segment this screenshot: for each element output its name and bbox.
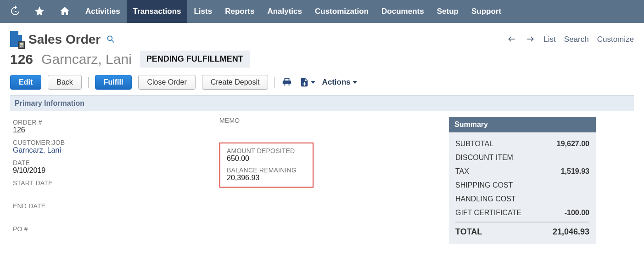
search-icon[interactable] bbox=[106, 34, 115, 45]
page-title: Sales Order bbox=[28, 32, 101, 47]
deposit-highlight-box: AMOUNT DEPOSITED 650.00 BALANCE REMAININ… bbox=[219, 143, 314, 188]
gift-label: GIFT CERTIFICATE bbox=[455, 209, 521, 217]
handling-label: HANDLING COST bbox=[455, 195, 516, 203]
nav-item-activities[interactable]: Activities bbox=[79, 0, 127, 23]
print-icon[interactable] bbox=[281, 77, 292, 88]
date-label: DATE bbox=[13, 159, 215, 166]
summary-column: Summary SUBTOTAL19,627.00 DISCOUNT ITEM … bbox=[449, 117, 631, 244]
order-number-heading: 126 bbox=[10, 51, 33, 67]
customize-link[interactable]: Customize bbox=[597, 35, 634, 44]
amount-deposited-label: AMOUNT DEPOSITED bbox=[227, 147, 306, 154]
discount-label: DISCOUNT ITEM bbox=[455, 154, 513, 162]
actions-menu[interactable]: Actions bbox=[322, 78, 357, 87]
toolbar-separator bbox=[274, 77, 275, 88]
nav-item-reports[interactable]: Reports bbox=[218, 0, 261, 23]
amount-deposited-value: 650.00 bbox=[227, 154, 306, 163]
nav-item-analytics[interactable]: Analytics bbox=[261, 0, 308, 23]
date-value: 9/10/2019 bbox=[13, 166, 215, 175]
svg-line-1 bbox=[112, 40, 114, 42]
subtotal-label: SUBTOTAL bbox=[455, 140, 493, 148]
document-icon bbox=[10, 31, 23, 48]
prev-record-icon[interactable] bbox=[507, 34, 517, 45]
memo-label: MEMO bbox=[219, 117, 444, 124]
tax-value: 1,519.93 bbox=[561, 167, 589, 176]
toolbar-separator bbox=[88, 77, 89, 88]
customer-name-heading: Garncarz, Lani bbox=[41, 51, 132, 67]
summary-header: Summary bbox=[449, 117, 596, 132]
create-deposit-button[interactable]: Create Deposit bbox=[202, 75, 269, 90]
nav-item-lists[interactable]: Lists bbox=[187, 0, 218, 23]
balance-remaining-label: BALANCE REMAINING bbox=[227, 166, 306, 174]
star-icon[interactable] bbox=[34, 6, 45, 18]
order-num-label: ORDER # bbox=[13, 119, 215, 126]
edit-button[interactable]: Edit bbox=[10, 75, 41, 90]
toolbar: Edit Back Fulfill Close Order Create Dep… bbox=[10, 75, 634, 90]
next-record-icon[interactable] bbox=[525, 34, 535, 45]
end-date-label: END DATE bbox=[13, 202, 215, 210]
actions-label: Actions bbox=[322, 78, 350, 87]
topbar-nav: ActivitiesTransactionsListsReportsAnalyt… bbox=[79, 0, 508, 23]
close-order-button[interactable]: Close Order bbox=[138, 75, 195, 90]
home-icon[interactable] bbox=[59, 6, 71, 18]
primary-info-col1: ORDER # 126 CUSTOMER:JOB Garncarz, Lani … bbox=[13, 117, 215, 244]
total-label: TOTAL bbox=[455, 227, 482, 237]
status-badge: PENDING FULFILLMENT bbox=[140, 51, 250, 68]
primary-info-col2: MEMO AMOUNT DEPOSITED 650.00 BALANCE REM… bbox=[219, 117, 444, 244]
customer-label: CUSTOMER:JOB bbox=[13, 139, 215, 146]
svg-point-0 bbox=[108, 36, 112, 40]
gift-value: -100.00 bbox=[565, 209, 589, 217]
topbar-icons bbox=[9, 6, 71, 18]
chevron-down-icon bbox=[353, 81, 357, 84]
fulfill-button[interactable]: Fulfill bbox=[95, 75, 132, 90]
section-header: Primary Information bbox=[10, 95, 634, 111]
new-doc-icon[interactable] bbox=[299, 77, 315, 87]
nav-item-customization[interactable]: Customization bbox=[308, 0, 375, 23]
total-value: 21,046.93 bbox=[553, 227, 589, 237]
summary-panel: Summary SUBTOTAL19,627.00 DISCOUNT ITEM … bbox=[449, 117, 596, 244]
shipping-label: SHIPPING COST bbox=[455, 181, 513, 189]
nav-item-documents[interactable]: Documents bbox=[375, 0, 431, 23]
order-num-value: 126 bbox=[13, 126, 215, 134]
topbar: ActivitiesTransactionsListsReportsAnalyt… bbox=[0, 0, 644, 23]
balance-remaining-value: 20,396.93 bbox=[227, 174, 306, 182]
nav-item-setup[interactable]: Setup bbox=[431, 0, 465, 23]
subtotal-value: 19,627.00 bbox=[557, 140, 589, 148]
start-date-label: START DATE bbox=[13, 179, 215, 187]
customer-value[interactable]: Garncarz, Lani bbox=[13, 146, 215, 154]
nav-item-support[interactable]: Support bbox=[465, 0, 508, 23]
history-icon[interactable] bbox=[9, 6, 20, 18]
back-button[interactable]: Back bbox=[48, 75, 82, 90]
nav-item-transactions[interactable]: Transactions bbox=[127, 0, 188, 23]
po-label: PO # bbox=[13, 225, 215, 233]
tax-label: TAX bbox=[455, 167, 469, 176]
search-link[interactable]: Search bbox=[564, 35, 589, 44]
list-link[interactable]: List bbox=[543, 35, 555, 44]
